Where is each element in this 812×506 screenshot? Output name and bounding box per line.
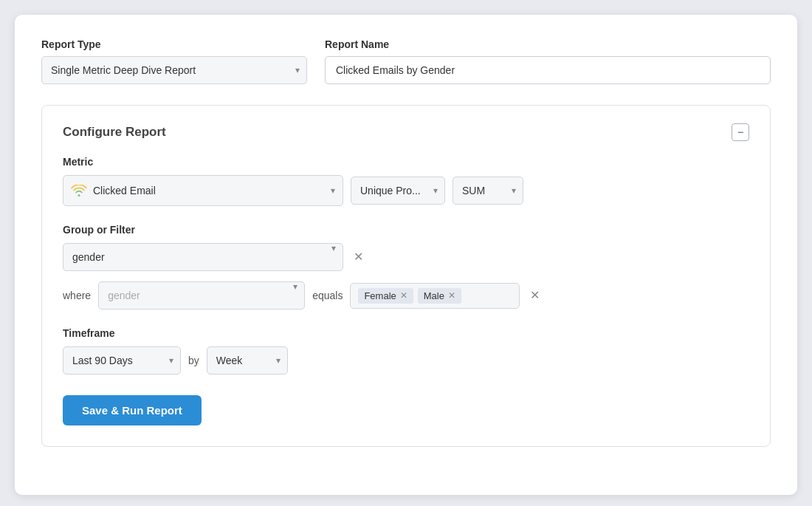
equals-label: equals <box>312 290 343 301</box>
group-filter-label: Group or Filter <box>63 224 749 236</box>
by-label: by <box>188 355 199 366</box>
metric-select[interactable]: Clicked Email Opened Email Sent Email <box>93 185 316 196</box>
report-type-select[interactable]: Single Metric Deep Dive Report Multi Met… <box>41 56 307 84</box>
tag-male: Male ✕ <box>418 288 461 304</box>
timeframe-select[interactable]: Last 90 Days Last 30 Days Last 7 Days Cu… <box>63 346 181 375</box>
group-filter-row: gender age country city ▾ ✕ <box>63 243 749 271</box>
timeframe-select-wrapper: Last 90 Days Last 30 Days Last 7 Days Cu… <box>63 346 181 375</box>
period-select[interactable]: Week Day Month <box>207 346 288 375</box>
report-name-input[interactable] <box>325 56 771 84</box>
save-run-button[interactable]: Save & Run Report <box>63 395 202 425</box>
main-card: Report Type Single Metric Deep Dive Repo… <box>15 15 797 495</box>
top-row: Report Type Single Metric Deep Dive Repo… <box>41 38 771 84</box>
tag-male-remove[interactable]: ✕ <box>448 291 455 300</box>
collapse-button[interactable]: − <box>732 123 749 141</box>
metric-chevron-icon: ▾ <box>331 185 335 196</box>
metric-wifi-icon <box>71 185 87 196</box>
where-row: where gender gender age ▾ equals Female … <box>63 281 749 310</box>
tag-female: Female ✕ <box>358 288 413 304</box>
group-remove-button[interactable]: ✕ <box>351 251 366 263</box>
report-type-group: Report Type Single Metric Deep Dive Repo… <box>41 38 307 84</box>
metric-select-wrapper: Clicked Email Opened Email Sent Email ▾ <box>63 175 343 206</box>
report-type-select-wrapper: Single Metric Deep Dive Report Multi Met… <box>41 56 307 84</box>
report-type-label: Report Type <box>41 38 307 50</box>
timeframe-label: Timeframe <box>63 327 749 339</box>
where-label: where <box>63 290 91 301</box>
group-select-wrapper: gender age country city ▾ <box>63 243 343 271</box>
metric-label: Metric <box>63 156 749 168</box>
group-select[interactable]: gender age country city <box>63 243 343 271</box>
metric-row: Clicked Email Opened Email Sent Email ▾ … <box>63 175 749 206</box>
sum-select-wrapper: SUM AVG COUNT ▾ <box>453 177 523 205</box>
tag-input-box: Female ✕ Male ✕ <box>350 283 520 309</box>
where-remove-button[interactable]: ✕ <box>527 290 543 301</box>
configure-section: Configure Report − Metric Clicked <box>41 105 771 447</box>
period-select-wrapper: Week Day Month ▾ <box>207 346 288 375</box>
where-select[interactable]: gender gender age <box>98 281 305 310</box>
sum-select[interactable]: SUM AVG COUNT <box>453 177 523 205</box>
aggregation-select[interactable]: Unique Pro... Total Unique <box>351 177 445 205</box>
aggregation-select-wrapper: Unique Pro... Total Unique ▾ <box>351 177 445 205</box>
timeframe-row: Last 90 Days Last 30 Days Last 7 Days Cu… <box>63 346 749 375</box>
report-name-group: Report Name <box>325 38 771 84</box>
where-select-wrapper: gender gender age ▾ <box>98 281 305 310</box>
configure-title: Configure Report <box>63 125 166 140</box>
report-name-label: Report Name <box>325 38 771 50</box>
configure-header: Configure Report − <box>63 123 749 141</box>
tag-female-remove[interactable]: ✕ <box>400 291 407 300</box>
